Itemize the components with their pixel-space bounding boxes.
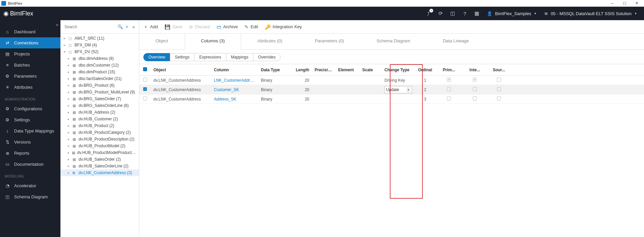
prim-cell[interactable] bbox=[435, 78, 462, 83]
row-checkbox[interactable] bbox=[139, 96, 151, 102]
window-close[interactable]: ✕ bbox=[631, 0, 643, 7]
tab[interactable]: Columns (3) bbox=[185, 34, 241, 50]
expand-icon[interactable]: ▸ bbox=[68, 90, 71, 94]
tree-item[interactable]: ▸▦dv.BRG_SalesOrderLine (6) bbox=[60, 102, 139, 109]
datatype-cell[interactable]: Binary bbox=[258, 87, 292, 92]
col-ordinal[interactable]: Ordinal bbox=[415, 68, 435, 72]
changetype-cell[interactable]: Driving Key bbox=[382, 78, 415, 83]
help-icon[interactable]: ? bbox=[459, 7, 471, 20]
expand-icon[interactable]: ▸ bbox=[68, 137, 71, 141]
integration-key-button[interactable]: 🔑Integration Key bbox=[265, 24, 302, 30]
sidebar-item-reports[interactable]: ≣Reports bbox=[0, 148, 60, 159]
tree-item[interactable]: ▸⧉dv.LNK_CustomerAddress (3) bbox=[60, 169, 139, 176]
tree-item[interactable]: ▸▦dv.HUB_ProductCategory (2) bbox=[60, 129, 139, 136]
col-length[interactable]: Length bbox=[292, 68, 312, 72]
expand-icon[interactable]: ▸ bbox=[68, 84, 71, 87]
tree-item[interactable]: ▾◫BFX_DV (52) bbox=[60, 48, 139, 55]
sub-tab[interactable]: Expressions bbox=[194, 53, 226, 61]
inte-cell[interactable] bbox=[462, 87, 487, 92]
expand-icon[interactable]: ▸ bbox=[64, 43, 67, 47]
sidebar-item-connections[interactable]: ⇄Connections bbox=[0, 37, 60, 48]
sidebar-item-parameters[interactable]: ⚙Parameters bbox=[0, 71, 60, 82]
sidebar-item-batches[interactable]: ≡Batches bbox=[0, 60, 60, 71]
sidebar-item-accelerator[interactable]: ◔Accelerator bbox=[0, 180, 60, 191]
col-column[interactable]: Column bbox=[211, 68, 258, 72]
tree-item[interactable]: ▸◫AWLT_SRC (11) bbox=[60, 35, 139, 42]
save-button[interactable]: 💾Save bbox=[165, 24, 182, 30]
expand-icon[interactable]: ▾ bbox=[64, 50, 67, 53]
row-checkbox[interactable] bbox=[139, 87, 151, 92]
tree-item[interactable]: ▸▦dv.HUB_ProductModelProductDescript... bbox=[60, 149, 139, 156]
inte-cell[interactable] bbox=[462, 96, 487, 102]
object-cell[interactable]: dv.LNK_CustomerAddress bbox=[151, 97, 211, 102]
sidebar-item-documentation[interactable]: ▭Documentation bbox=[0, 159, 60, 170]
datatype-cell[interactable]: Binary bbox=[258, 78, 292, 83]
col-object[interactable]: Object bbox=[151, 68, 211, 72]
col-inte[interactable]: Inte... bbox=[462, 68, 487, 72]
expand-icon[interactable]: ▸ bbox=[68, 164, 71, 168]
sub-tab[interactable]: Settings bbox=[170, 53, 194, 61]
tree-item[interactable]: ▸▦dv.HUB_SalesOrder (2) bbox=[60, 156, 139, 163]
tree-item[interactable]: ▸▦dbo.dimCustomer (12) bbox=[60, 62, 139, 69]
expand-icon[interactable]: ▸ bbox=[68, 158, 71, 161]
prim-cell[interactable] bbox=[435, 87, 462, 92]
sidebar-item-dashboard[interactable]: ⌂Dashboard bbox=[0, 26, 60, 37]
expand-icon[interactable]: ▸ bbox=[68, 171, 71, 174]
sour-cell[interactable] bbox=[487, 78, 511, 83]
sub-tab[interactable]: Overrides bbox=[253, 53, 281, 61]
expand-icon[interactable]: ▸ bbox=[68, 104, 71, 107]
column-cell[interactable]: LNK_CustomerAddress_SK bbox=[211, 78, 258, 83]
tree-item[interactable]: ▸▦dv.HUB_Customer (2) bbox=[60, 116, 139, 122]
tree-item[interactable]: ▸◫BFX_DM (4) bbox=[60, 42, 139, 48]
object-cell[interactable]: dv.LNK_CustomerAddress bbox=[151, 87, 211, 92]
window-maximize[interactable]: ▢ bbox=[618, 0, 631, 7]
tree-item[interactable]: ▸▦dbo.dimProduct (15) bbox=[60, 69, 139, 75]
table-row[interactable]: dv.LNK_CustomerAddress Address_SK Binary… bbox=[139, 94, 644, 104]
expand-icon[interactable]: ▸ bbox=[64, 37, 67, 40]
sidebar-item-projects[interactable]: ▤Projects bbox=[0, 48, 60, 60]
inte-cell[interactable] bbox=[462, 78, 487, 83]
sidebar-item-data-type-mappings[interactable]: ↕Data Type Mappings bbox=[0, 125, 60, 136]
expand-icon[interactable]: ▸ bbox=[68, 77, 71, 80]
tree-item[interactable]: ▸▦dv.BRG_Product_MultiLevel (9) bbox=[60, 89, 139, 95]
discard-button[interactable]: ⊘Discard bbox=[189, 24, 210, 30]
column-cell[interactable]: Customer_SK bbox=[211, 87, 258, 92]
sidebar-item-versions[interactable]: ⇅Versions bbox=[0, 136, 60, 148]
col-datatype[interactable]: Data Type bbox=[258, 68, 292, 72]
edit-button[interactable]: ✎Edit bbox=[244, 24, 258, 30]
col-scale[interactable]: Scale bbox=[360, 68, 382, 72]
tree-item[interactable]: ▸▦dv.BRG_Product (6) bbox=[60, 82, 139, 89]
tree-item[interactable]: ▸▦dv.HUB_ProductModel (2) bbox=[60, 143, 139, 149]
sidebar-item-settings[interactable]: ⚙Settings bbox=[0, 114, 60, 125]
refresh-icon[interactable]: ⟳ bbox=[434, 7, 447, 20]
collapse-tree-icon[interactable]: « bbox=[130, 24, 137, 30]
tab[interactable]: Data Lineage bbox=[427, 34, 485, 49]
changetype-cell[interactable]: Update▾ Change Data C...Driving KeyHash … bbox=[382, 86, 415, 93]
ordinal-cell[interactable]: 3 bbox=[415, 97, 435, 102]
tab[interactable]: Parameters (0) bbox=[299, 34, 361, 49]
window-minimize[interactable]: ─ bbox=[606, 0, 618, 7]
sidebar-item-configurations[interactable]: ⚙Configurations bbox=[0, 103, 60, 114]
length-cell[interactable]: 20 bbox=[292, 78, 312, 83]
tree-item[interactable]: ▸▦dv.HUB_SalesOrderLine (2) bbox=[60, 163, 139, 169]
tree-item[interactable]: ▸▦dv.HUB_Address (2) bbox=[60, 109, 139, 116]
search-input[interactable] bbox=[62, 23, 117, 31]
sidebar-item-attributes[interactable]: ✳Attributes bbox=[0, 82, 60, 93]
col-element[interactable]: Element bbox=[335, 68, 360, 72]
version-selector[interactable]: ≋ 05 - MSSQL DataVault ELT SSIS Solution… bbox=[540, 7, 641, 20]
table-row[interactable]: dv.LNK_CustomerAddress LNK_CustomerAddre… bbox=[139, 76, 644, 85]
length-cell[interactable]: 20 bbox=[292, 97, 312, 102]
sub-tab[interactable]: Overview bbox=[143, 53, 170, 61]
expand-icon[interactable]: ▸ bbox=[68, 70, 71, 74]
col-precision[interactable]: Precision bbox=[312, 68, 335, 72]
sidebar-item-schema-diagram[interactable]: ◫Schema Diagram bbox=[0, 191, 60, 202]
col-changetype[interactable]: Change Type bbox=[382, 68, 415, 72]
expand-icon[interactable]: ▸ bbox=[68, 117, 71, 121]
customer-selector[interactable]: 👤 BimlFlex_Samples ▾ bbox=[483, 7, 540, 20]
ordinal-cell[interactable]: 1 bbox=[415, 78, 435, 83]
sour-cell[interactable] bbox=[487, 96, 511, 102]
tree-item[interactable]: ▸▦dbo.factSalesOrder (21) bbox=[60, 75, 139, 82]
prim-cell[interactable] bbox=[435, 96, 462, 102]
tab[interactable]: Object bbox=[139, 34, 185, 49]
row-checkbox[interactable] bbox=[139, 78, 151, 83]
